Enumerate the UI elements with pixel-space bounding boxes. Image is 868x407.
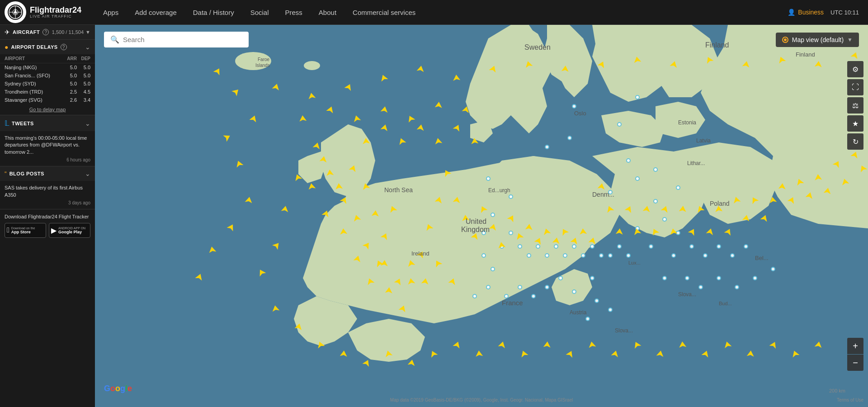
svg-point-94 (546, 286, 548, 289)
svg-point-30 (537, 245, 539, 248)
svg-point-60 (704, 254, 707, 257)
user-menu[interactable]: 👤 Business (788, 9, 824, 16)
tweet-item[interactable]: This morning's 00:00-05:00 local time de… (0, 131, 95, 166)
map-view-selector[interactable]: Map view (default) ▼ (776, 33, 859, 47)
delays-collapse-icon[interactable]: ⌄ (85, 43, 90, 51)
map-area[interactable]: Finland Sweden Finland Oslo Ed...urgh No… (95, 25, 868, 407)
svg-point-58 (690, 245, 693, 248)
search-bar[interactable]: 🔍 (104, 32, 249, 47)
svg-text:Finland: Finland (705, 41, 729, 49)
scale-bar: 200 km (829, 388, 845, 393)
svg-point-120 (686, 277, 689, 279)
svg-point-102 (487, 286, 490, 289)
google-play-button[interactable]: ▶ ANDROID APP ON Google Play (49, 223, 90, 238)
svg-point-24 (509, 232, 512, 234)
svg-text:France: France (502, 299, 523, 307)
tweet-text: This morning's 00:00-05:00 local time de… (5, 135, 90, 156)
nav-data-history[interactable]: Data / History (185, 0, 242, 25)
map-right-controls: ⚙ ⛶ ⚖ ★ ↻ (847, 61, 863, 150)
store-buttons:  Download on the App Store ▶ ANDROID AP… (5, 223, 90, 238)
svg-text:Finland: Finland (796, 51, 815, 58)
table-row[interactable]: Sydney (SYD) 5.0 5.0 (0, 80, 95, 88)
nav-about[interactable]: About (311, 0, 344, 25)
android-icon: ▶ (51, 226, 57, 235)
svg-point-104 (473, 295, 476, 298)
svg-text:Denm...: Denm... (592, 191, 614, 198)
logo-text: Flightradar24 LIVE AIR TRAFFIC (30, 6, 81, 19)
sidebar: ✈ AIRCRAFT ? 1,500 / 11,504 ▼ ● AIRPORT … (0, 25, 95, 407)
svg-text:Islands: Islands (255, 63, 270, 68)
svg-point-34 (555, 245, 557, 248)
settings-button[interactable]: ⚙ (847, 61, 863, 77)
svg-point-126 (736, 286, 738, 289)
svg-point-44 (600, 254, 603, 257)
svg-point-112 (618, 245, 621, 248)
svg-point-8 (304, 61, 320, 70)
map-canvas: Finland Sweden Finland Oslo Ed...urgh No… (95, 25, 868, 407)
reload-button[interactable]: ↻ (847, 133, 863, 150)
app-store-button[interactable]:  Download on the App Store (5, 223, 46, 238)
zoom-out-button[interactable]: − (847, 355, 863, 371)
aircraft-chevron-icon[interactable]: ▼ (85, 29, 90, 35)
chevron-down-icon: ▼ (847, 37, 853, 43)
svg-text:North Sea: North Sea (384, 186, 413, 194)
svg-point-116 (663, 277, 666, 279)
svg-text:Estonia: Estonia (678, 119, 696, 126)
svg-text:Slova...: Slova... (678, 291, 696, 298)
svg-text:Lux...: Lux... (628, 260, 641, 265)
table-row[interactable]: San Francis... (SFO) 5.0 5.0 (0, 71, 95, 80)
logo-area[interactable]: Flightradar24 LIVE AIR TRAFFIC (0, 1, 95, 23)
svg-point-32 (546, 254, 548, 257)
blog-item: SAS takes delivery of its first Airbus A… (0, 181, 95, 209)
blog-collapse-icon[interactable]: ⌄ (85, 170, 90, 177)
filter-button[interactable]: ⚖ (847, 97, 863, 114)
nav-apps[interactable]: Apps (95, 0, 127, 25)
table-row[interactable]: Nanjing (NKG) 5.0 5.0 (0, 63, 95, 71)
svg-text:Ed...urgh: Ed...urgh (488, 187, 510, 194)
table-row[interactable]: Stavanger (SVG) 2.6 3.4 (0, 96, 95, 104)
radio-button-icon (782, 37, 788, 43)
svg-point-12 (509, 195, 512, 198)
svg-point-36 (564, 254, 566, 257)
svg-point-50 (636, 177, 639, 180)
svg-point-66 (745, 245, 747, 248)
svg-text:Bud...: Bud... (719, 301, 732, 306)
fullscreen-button[interactable]: ⛶ (847, 79, 863, 95)
aircraft-info-icon[interactable]: ? (42, 29, 49, 35)
svg-point-128 (754, 277, 756, 279)
twitter-icon: 𝕃 (5, 119, 9, 128)
terms-of-use-link[interactable]: Terms of Use (837, 398, 863, 402)
blog-section: “ BLOG POSTS ⌄ SAS takes delivery of its… (0, 166, 95, 209)
nav-commercial[interactable]: Commercial services (344, 0, 424, 25)
delays-section: ● AIRPORT DELAYS ? ⌄ AIRPORT ARR DEP Nan… (0, 40, 95, 115)
svg-text:Sweden: Sweden (524, 43, 551, 51)
svg-text:Faroe: Faroe (258, 57, 270, 62)
tweets-collapse-icon[interactable]: ⌄ (85, 120, 90, 127)
svg-point-62 (717, 245, 720, 248)
svg-point-22 (491, 268, 494, 270)
top-navigation: Flightradar24 LIVE AIR TRAFFIC Apps Add … (0, 0, 868, 25)
table-row[interactable]: Trondheim (TRD) 2.5 4.5 (0, 88, 95, 96)
nav-add-coverage[interactable]: Add coverage (127, 0, 185, 25)
nav-press[interactable]: Press (277, 0, 311, 25)
svg-point-98 (519, 286, 521, 289)
svg-point-78 (654, 168, 657, 171)
tweets-label: TWEETS (12, 121, 34, 126)
svg-point-38 (573, 245, 576, 248)
blog-title[interactable]: SAS takes delivery of its first Airbus A… (5, 185, 90, 199)
search-input[interactable] (123, 36, 242, 43)
svg-point-72 (573, 105, 576, 108)
svg-point-74 (546, 146, 548, 148)
svg-point-92 (559, 277, 562, 279)
svg-point-86 (586, 317, 589, 320)
goto-delay-link[interactable]: Go to delay map (0, 104, 95, 115)
google-logo: Google (104, 384, 132, 393)
delays-info-icon[interactable]: ? (61, 44, 67, 50)
svg-point-122 (699, 286, 702, 289)
utc-clock: UTC 10:11 (830, 9, 859, 16)
aircraft-section: ✈ AIRCRAFT ? 1,500 / 11,504 ▼ (0, 25, 95, 40)
zoom-in-button[interactable]: + (847, 338, 863, 354)
nav-social[interactable]: Social (242, 0, 277, 25)
location-icon: ● (5, 43, 8, 51)
favorite-button[interactable]: ★ (847, 115, 863, 132)
